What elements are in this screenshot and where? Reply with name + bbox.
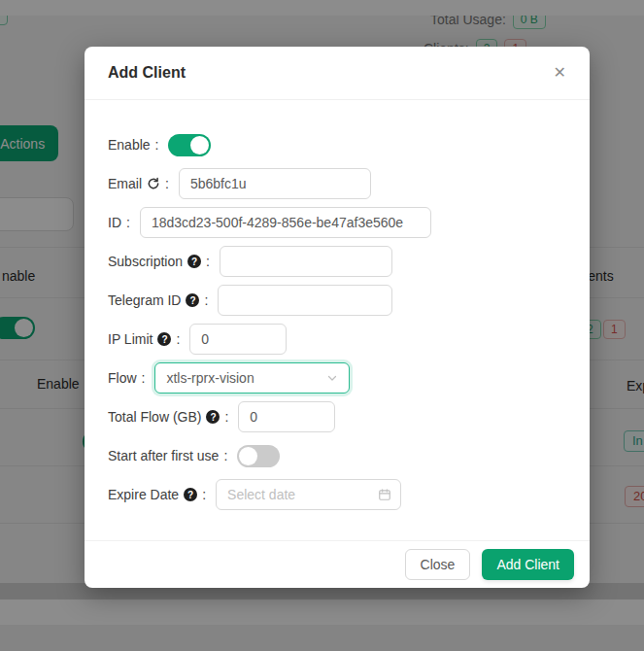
help-icon[interactable]: ?: [206, 410, 220, 424]
start-after-first-use-toggle[interactable]: [237, 445, 280, 467]
flow-select-value: xtls-rprx-vision: [166, 370, 254, 386]
field-expire-date: Expire Date ?:: [108, 479, 566, 510]
field-start-after-first-use: Start after first use:: [108, 440, 566, 471]
calendar-icon: [378, 488, 391, 501]
ip-limit-input[interactable]: [189, 324, 287, 355]
toggle-knob: [190, 136, 209, 154]
email-input[interactable]: [179, 168, 371, 199]
modal-footer: Close Add Client: [85, 540, 590, 588]
field-flow: Flow: xtls-rprx-vision: [108, 362, 566, 394]
start-after-first-use-label: Start after first use:: [108, 448, 227, 463]
start-after-first-use-label-text: Start after first use: [108, 448, 219, 463]
ip-limit-label-text: IP Limit: [108, 331, 153, 347]
toggle-knob: [239, 447, 257, 465]
enable-toggle[interactable]: [168, 134, 211, 156]
colon: :: [224, 409, 228, 425]
close-icon[interactable]: ✕: [554, 65, 566, 81]
field-subscription: Subscription ?:: [108, 246, 566, 277]
add-client-modal: Add Client ✕ Enable: Email :: [85, 47, 590, 588]
colon: :: [165, 176, 169, 191]
field-ip-limit: IP Limit ?:: [108, 324, 566, 355]
field-email: Email :: [108, 168, 566, 199]
field-telegram-id: Telegram ID ?:: [108, 285, 566, 316]
colon: :: [204, 292, 208, 308]
help-icon[interactable]: ?: [184, 488, 197, 501]
screen: Total Usage: 0 B Clients: 2 1 l Actions …: [0, 0, 644, 651]
flow-label: Flow:: [108, 370, 145, 386]
id-label: ID:: [108, 215, 130, 230]
help-icon[interactable]: ?: [157, 332, 171, 346]
modal-title: Add Client: [108, 64, 186, 82]
expire-date-label-text: Expire Date: [108, 487, 179, 502]
close-button[interactable]: Close: [405, 549, 471, 580]
id-input[interactable]: [140, 207, 431, 238]
expire-date-label: Expire Date ?:: [108, 487, 206, 502]
field-total-flow: Total Flow (GB) ?:: [108, 401, 566, 432]
total-flow-label: Total Flow (GB) ?:: [108, 409, 228, 425]
telegram-id-label: Telegram ID ?:: [108, 292, 208, 308]
flow-label-text: Flow: [108, 370, 137, 386]
id-label-text: ID: [108, 215, 121, 230]
colon: :: [155, 137, 159, 153]
enable-label: Enable:: [108, 137, 158, 153]
colon: :: [176, 331, 180, 347]
expire-date-picker[interactable]: [216, 479, 401, 510]
modal-header: Add Client ✕: [85, 47, 590, 100]
colon: :: [223, 448, 227, 463]
expire-date-input[interactable]: [216, 479, 401, 510]
subscription-label-text: Subscription: [108, 254, 183, 269]
modal-body: Enable: Email : ID:: [85, 100, 590, 510]
colon: :: [206, 254, 210, 269]
subscription-label: Subscription ?:: [108, 254, 210, 269]
colon: :: [126, 215, 130, 230]
field-enable: Enable:: [108, 129, 566, 160]
help-icon[interactable]: ?: [187, 255, 201, 268]
total-flow-label-text: Total Flow (GB): [108, 409, 201, 425]
subscription-input[interactable]: [220, 246, 392, 277]
email-label: Email :: [108, 176, 169, 191]
add-client-button[interactable]: Add Client: [482, 549, 574, 580]
flow-select[interactable]: xtls-rprx-vision: [154, 362, 350, 394]
colon: :: [142, 370, 146, 386]
telegram-id-input[interactable]: [218, 285, 392, 316]
enable-label-text: Enable: [108, 137, 151, 153]
chevron-down-icon: [326, 372, 338, 384]
help-icon[interactable]: ?: [186, 293, 199, 307]
total-flow-input[interactable]: [238, 401, 335, 432]
colon: :: [202, 487, 206, 502]
email-label-text: Email: [108, 176, 142, 191]
field-id: ID:: [108, 207, 566, 238]
refresh-icon[interactable]: [147, 177, 160, 190]
telegram-id-label-text: Telegram ID: [108, 292, 181, 308]
ip-limit-label: IP Limit ?:: [108, 331, 180, 347]
